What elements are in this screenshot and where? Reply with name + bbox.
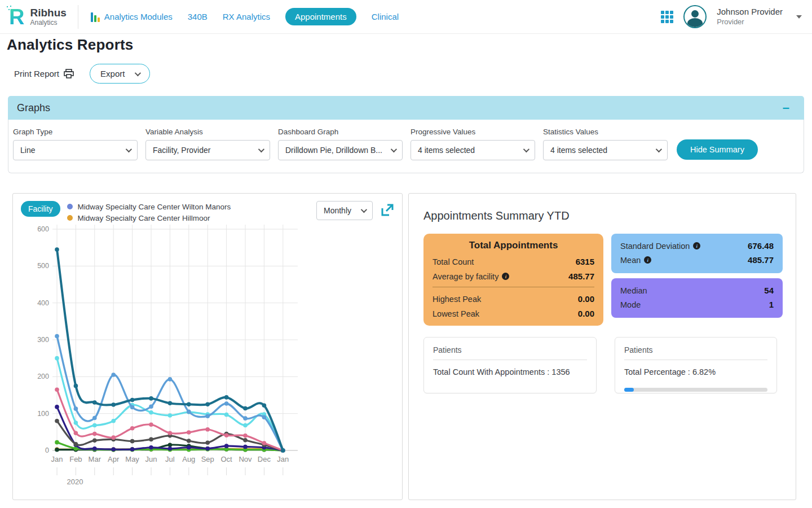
info-icon[interactable]: i <box>693 242 700 249</box>
progressive-values-select[interactable]: 4 items selected <box>411 140 535 160</box>
user-avatar[interactable] <box>683 5 707 28</box>
patients-card-title: Patients <box>624 345 767 360</box>
total-appointments-title: Total Appointments <box>433 240 594 251</box>
chart-panel: Facility Midway Specialty Care Center Wi… <box>12 193 403 500</box>
nav-appointments[interactable]: Appointments <box>285 8 356 25</box>
collapse-section-button[interactable]: – <box>783 103 795 113</box>
variable-analysis-select[interactable]: Facility, Provider <box>145 140 270 160</box>
chevron-down-icon <box>391 146 397 152</box>
statistics-values-select[interactable]: 4 items selected <box>543 140 668 160</box>
selected-value: Monthly <box>324 206 356 215</box>
graphs-section-header[interactable]: Graphs – <box>8 96 804 120</box>
user-menu-caret-icon[interactable] <box>796 15 802 19</box>
legend-item[interactable]: Midway Specialty Care Center Wilton Mano… <box>67 201 313 212</box>
selected-value: Drilldown Pie, Drilldown B... <box>285 146 386 155</box>
svg-text:2020: 2020 <box>67 478 83 486</box>
graph-filters-panel: Graph Type Line Variable Analysis Facili… <box>8 120 804 173</box>
topbar-right: Johnson Provider Provider <box>661 5 802 28</box>
total-appointments-card: Total Appointments Total Count 6315 Aver… <box>423 234 603 326</box>
bar-chart-icon <box>91 12 100 22</box>
chevron-down-icon <box>135 69 141 76</box>
stat-row: Highest Peak 0.00 <box>433 294 594 304</box>
chevron-down-icon <box>523 146 529 152</box>
ribhus-logo: R Ribhus Analytics <box>9 5 78 29</box>
page-title: Analytics Reports <box>0 34 812 54</box>
svg-text:200: 200 <box>37 373 49 380</box>
stat-value: 0.00 <box>578 309 594 318</box>
stat-label: Highest Peak <box>433 295 481 304</box>
svg-text:Oct: Oct <box>220 455 232 463</box>
nav-rx-analytics[interactable]: RX Analytics <box>223 12 270 21</box>
svg-text:Nov: Nov <box>239 455 252 463</box>
chart-toolbar: Facility Midway Specialty Care Center Wi… <box>13 194 402 222</box>
svg-text:Jan: Jan <box>51 455 63 463</box>
main-nav: Analytics Modules 340B RX Analytics Appo… <box>91 8 399 25</box>
selected-value: Line <box>20 146 121 155</box>
filter-statistics-values: Statistics Values 4 items selected <box>543 128 668 160</box>
svg-text:Mar: Mar <box>89 455 102 463</box>
legend-label: Midway Specialty Care Center Wilton Mano… <box>78 203 231 211</box>
user-role: Provider <box>717 17 783 27</box>
export-button[interactable]: Export <box>90 64 150 84</box>
hide-summary-button[interactable]: Hide Summary <box>677 139 758 160</box>
svg-text:Feb: Feb <box>69 455 82 463</box>
stat-label: Average by facility i <box>433 272 509 281</box>
chevron-down-icon <box>126 146 132 152</box>
info-icon[interactable]: i <box>502 273 509 280</box>
stat-label: Mode <box>620 300 641 309</box>
svg-text:500: 500 <box>37 262 49 270</box>
summary-grid: Total Appointments Total Count 6315 Aver… <box>423 234 785 326</box>
stat-label: Lowest Peak <box>433 309 479 318</box>
svg-text:Sep: Sep <box>201 455 214 463</box>
stat-value: 485.77 <box>568 271 594 281</box>
chart-legend: Midway Specialty Care Center Wilton Mano… <box>67 201 313 222</box>
stat-label: Mean i <box>620 256 651 265</box>
print-report-button[interactable]: Print Report <box>14 69 74 78</box>
svg-text:Aug: Aug <box>182 455 195 463</box>
stat-label-text: Standard Deviation <box>620 242 690 251</box>
stat-row: Total Count 6315 <box>433 257 594 266</box>
selected-value: Facility, Provider <box>153 146 254 155</box>
actions-row: Print Report Export <box>0 54 812 91</box>
stat-value: 485.77 <box>748 255 774 265</box>
dashboard-graph-select[interactable]: Drilldown Pie, Drilldown B... <box>278 140 403 160</box>
progress-fill <box>624 388 634 392</box>
interval-select[interactable]: Monthly <box>316 201 373 220</box>
patients-row: Patients Total Count With Appointments :… <box>423 337 785 393</box>
nav-analytics-modules[interactable]: Analytics Modules <box>91 12 173 22</box>
legend-label: Midway Specialty Care Center Hillmoor <box>78 214 210 222</box>
patients-card-title: Patients <box>433 345 587 360</box>
stat-row: Mean i 485.77 <box>620 255 774 265</box>
graph-type-select[interactable]: Line <box>13 140 138 160</box>
nav-clinical[interactable]: Clinical <box>372 12 399 21</box>
content-row: Facility Midway Specialty Care Center Wi… <box>0 193 812 500</box>
stat-label: Total Count <box>433 257 474 266</box>
summary-panel: Appointments Summary YTD Total Appointme… <box>408 193 796 500</box>
nav-340b[interactable]: 340B <box>188 12 208 21</box>
logo-r-glyph: R <box>9 6 24 28</box>
facility-group-pill[interactable]: Facility <box>21 201 60 217</box>
brand-name: Ribhus <box>30 7 66 19</box>
stat-value: 6315 <box>576 257 594 266</box>
top-navbar: R Ribhus Analytics Analytics Modules 340… <box>0 0 812 34</box>
stat-label-text: Average by facility <box>433 272 498 281</box>
nav-label: Analytics Modules <box>104 12 173 21</box>
svg-text:100: 100 <box>37 410 49 418</box>
svg-text:0: 0 <box>45 446 49 454</box>
apps-grid-icon[interactable] <box>661 11 673 23</box>
filter-variable-analysis: Variable Analysis Facility, Provider <box>145 128 270 160</box>
patients-percentage-text: Total Percentage : 6.82% <box>624 367 767 376</box>
right-stats-column: Standard Deviation i 676.48 Mean i 485.7… <box>611 234 783 326</box>
stat-row: Standard Deviation i 676.48 <box>620 241 774 251</box>
filter-label: Progressive Values <box>411 128 535 136</box>
filter-label: Statistics Values <box>543 128 668 136</box>
stat-row: Average by facility i 485.77 <box>433 271 594 281</box>
logo-dots <box>6 5 14 12</box>
legend-item[interactable]: Midway Specialty Care Center Hillmoor <box>67 212 313 222</box>
info-icon[interactable]: i <box>644 256 651 264</box>
percentage-progress-bar <box>624 388 767 392</box>
card-divider <box>433 287 594 287</box>
std-mean-card: Standard Deviation i 676.48 Mean i 485.7… <box>611 234 783 273</box>
expand-chart-icon[interactable] <box>381 203 394 217</box>
brand-subtitle: Analytics <box>30 19 66 27</box>
